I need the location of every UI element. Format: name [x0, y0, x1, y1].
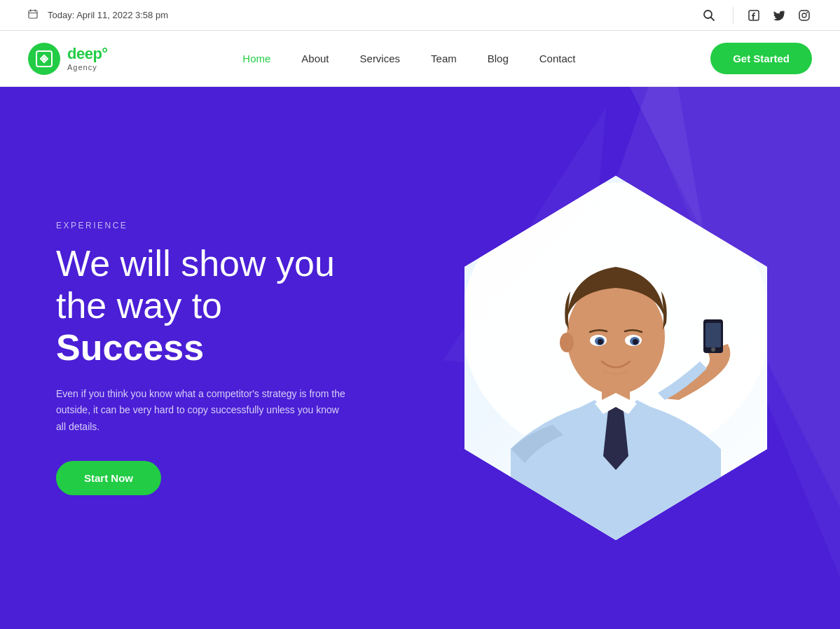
- experience-label: EXPERIENCE: [56, 221, 364, 230]
- hexagon-image: [448, 176, 784, 540]
- svg-rect-25: [705, 323, 721, 347]
- navbar: deep° Agency Home About Services Team Bl…: [0, 31, 840, 87]
- hero-content: EXPERIENCE We will show you the way to S…: [0, 221, 364, 495]
- twitter-icon[interactable]: [771, 8, 787, 23]
- nav-item-contact[interactable]: Contact: [524, 53, 591, 65]
- nav-item-about[interactable]: About: [286, 53, 344, 65]
- date-text: Today: April 11, 2022 3:58 pm: [48, 10, 168, 20]
- facebook-icon[interactable]: [746, 8, 762, 23]
- top-bar-right: [698, 4, 812, 27]
- svg-point-26: [711, 347, 715, 352]
- instagram-icon[interactable]: [797, 8, 812, 23]
- divider: [733, 7, 734, 24]
- svg-point-11: [43, 57, 46, 60]
- nav-item-home[interactable]: Home: [227, 53, 286, 65]
- svg-point-8: [802, 13, 806, 18]
- logo-icon: [28, 43, 60, 75]
- start-now-button[interactable]: Start Now: [56, 461, 161, 495]
- get-started-button[interactable]: Get Started: [710, 43, 812, 74]
- svg-point-9: [806, 12, 808, 13]
- brand-name: deep°: [67, 46, 108, 62]
- svg-point-22: [633, 339, 638, 345]
- top-bar: Today: April 11, 2022 3:58 pm: [0, 0, 840, 31]
- nav-item-blog[interactable]: Blog: [472, 53, 524, 65]
- nav-links: Home About Services Team Blog Contact: [227, 53, 591, 65]
- svg-point-23: [560, 333, 574, 352]
- svg-rect-3: [29, 13, 37, 13]
- svg-rect-1: [30, 10, 32, 12]
- logo[interactable]: deep° Agency: [28, 43, 108, 75]
- hero-description: Even if you think you know what a compet…: [56, 386, 350, 436]
- svg-line-5: [711, 17, 715, 20]
- svg-rect-0: [29, 11, 37, 18]
- person-illustration: [448, 176, 784, 540]
- nav-item-services[interactable]: Services: [345, 53, 416, 65]
- hero-image: [448, 176, 784, 540]
- search-button[interactable]: [698, 4, 720, 27]
- agency-label: Agency: [67, 63, 108, 71]
- social-icons: [746, 8, 812, 23]
- top-bar-date: Today: April 11, 2022 3:58 pm: [28, 9, 168, 21]
- calendar-icon: [28, 9, 38, 21]
- person-svg: [455, 183, 777, 540]
- svg-point-21: [598, 339, 603, 345]
- hero-title: We will show you the way to Success: [56, 243, 364, 368]
- hero-section: EXPERIENCE We will show you the way to S…: [0, 87, 840, 629]
- hero-title-bold: Success: [56, 327, 204, 368]
- svg-rect-7: [799, 11, 809, 20]
- svg-rect-2: [35, 10, 36, 12]
- hero-title-line1: We will show you: [56, 243, 335, 284]
- hero-title-line2-plain: the way to: [56, 285, 222, 326]
- logo-text: deep° Agency: [67, 46, 108, 71]
- nav-item-team[interactable]: Team: [415, 53, 472, 65]
